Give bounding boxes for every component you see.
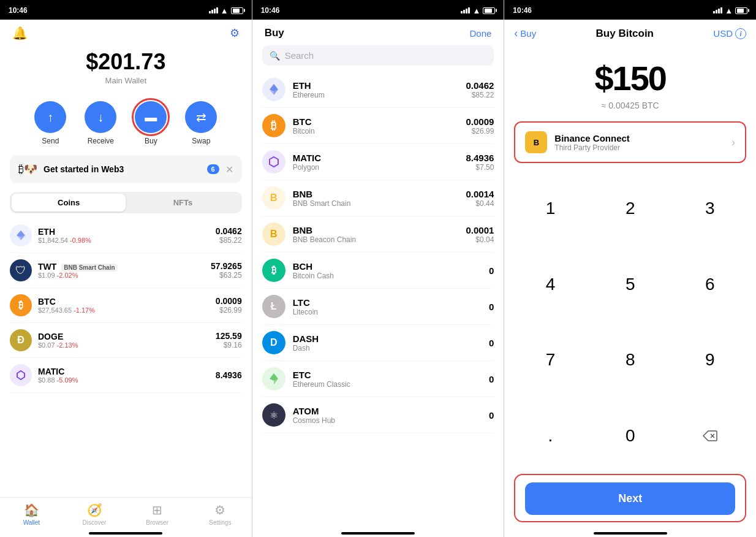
buy-etc-val: 0 (489, 374, 494, 384)
buy-bnb-info: BNB BNB Smart Chain (293, 189, 459, 208)
status-icons-1: ▲ (209, 6, 243, 15)
numpad-3[interactable]: 3 (670, 170, 750, 246)
buy-ltc-amount: 0 (489, 302, 494, 312)
status-bar-2: 10:46 ▲ (252, 0, 504, 20)
numpad-dot[interactable]: . (510, 398, 590, 474)
buy-label: Buy (145, 137, 157, 145)
btc-icon: ₿ (10, 294, 32, 316)
coin-info-eth: ETH $1,842.54 -0.98% (38, 227, 210, 244)
list-item-etc[interactable]: ETC Ethereum Classic 0 (262, 361, 494, 397)
buy-bnbbeacon-name: BNB (293, 225, 459, 235)
numpad-7[interactable]: 7 (510, 322, 590, 398)
coin-info-twt: TWT BNB Smart Chain $1.09 -2.02% (38, 262, 205, 279)
coin-row-twt[interactable]: 🛡 TWT BNB Smart Chain $1.09 -2.02% 57.92… (10, 253, 242, 288)
list-item-ltc[interactable]: Ł LTC Litecoin 0 (262, 289, 494, 325)
currency-selector[interactable]: USD i (713, 28, 746, 39)
list-item-eth[interactable]: ETH Ethereum 0.0462 $85.22 (262, 72, 494, 108)
list-item-atom[interactable]: ⚛ ATOM Cosmos Hub 0 (262, 397, 494, 433)
screen1-topbar: 🔔 ⚙ (0, 20, 252, 44)
eth-values: 0.0462 $85.22 (216, 226, 242, 245)
tab-coins[interactable]: Coins (12, 194, 126, 211)
buy-dash-info: DASH Dash (293, 333, 482, 352)
receive-button[interactable]: ↓ (85, 101, 116, 133)
buy-matic-val: 8.4936 $7.50 (466, 153, 494, 172)
buy-eth-val: 0.0462 $85.22 (466, 80, 494, 99)
numpad-4[interactable]: 4 (510, 246, 590, 322)
doge-sub: $0.07 -2.13% (38, 341, 210, 349)
tabs-row: Coins NFTs (10, 192, 242, 213)
btc-name: BTC (38, 297, 210, 307)
provider-chevron-icon: › (731, 136, 735, 149)
tab-nfts[interactable]: NFTs (126, 194, 240, 211)
list-item-btc[interactable]: ₿ BTC Bitcoin 0.0009 $26.99 (262, 108, 494, 144)
doge-values: 125.59 $9.16 (216, 331, 242, 349)
screen3-buy-bitcoin: 10:46 ▲ ‹ Buy Buy Bitcoin USD (504, 0, 756, 537)
nav-discover[interactable]: 🧭 Discover (63, 503, 126, 526)
numpad-0[interactable]: 0 (591, 398, 670, 474)
list-item-dash[interactable]: D DASH Dash 0 (262, 325, 494, 361)
coin-row-matic[interactable]: MATIC $0.88 -5.09% 8.4936 (10, 358, 242, 393)
done-button[interactable]: Done (469, 28, 491, 39)
matic-amount: 8.4936 (216, 370, 242, 380)
buy-btc-val: 0.0009 $26.99 (466, 116, 494, 135)
list-item-bnb[interactable]: B BNB BNB Smart Chain 0.0014 $0.44 (262, 180, 494, 216)
buy-button[interactable]: ▬ (135, 101, 167, 133)
wifi-icon: ▲ (221, 6, 229, 15)
numpad-8[interactable]: 8 (591, 322, 670, 398)
list-item-bnb-beacon[interactable]: B BNB BNB Beacon Chain 0.0001 $0.04 (262, 216, 494, 253)
send-label: Send (42, 137, 59, 145)
buy-bch-amount: 0 (489, 265, 494, 276)
filter-icon[interactable]: ⚙ (230, 26, 240, 40)
buy-bnbbeacon-val: 0.0001 $0.04 (466, 225, 494, 244)
discover-nav-icon: 🧭 (87, 503, 102, 517)
back-chevron-icon: ‹ (514, 27, 518, 40)
buy-bnbbeacon-usd: $0.04 (466, 235, 494, 244)
search-placeholder: Search (285, 50, 487, 61)
numpad-5[interactable]: 5 (591, 246, 670, 322)
receive-button-wrap: ↓ Receive (85, 101, 116, 145)
bottom-nav: 🏠 Wallet 🧭 Discover ⊞ Browser ⚙ Settings (0, 497, 252, 528)
screen2-header: Buy Done (252, 20, 504, 45)
coin-info-matic: MATIC $0.88 -5.09% (38, 367, 210, 384)
buy-atom-full: Cosmos Hub (293, 416, 482, 425)
numpad-2[interactable]: 2 (591, 170, 670, 246)
amount-big: $150 (516, 58, 744, 98)
numpad-6[interactable]: 6 (670, 246, 750, 322)
coin-row-eth[interactable]: ETH $1,842.54 -0.98% 0.0462 $85.22 (10, 218, 242, 253)
numpad-backspace[interactable] (670, 398, 750, 474)
coin-row-doge[interactable]: Ð DOGE $0.07 -2.13% 125.59 $9.16 (10, 323, 242, 358)
buy-matic-full: Polygon (293, 163, 459, 172)
buy-atom-amount: 0 (489, 410, 494, 421)
send-button[interactable]: ↑ (34, 101, 66, 133)
next-button[interactable]: Next (525, 482, 735, 515)
coin-row-btc[interactable]: ₿ BTC $27,543.65 -1.17% 0.0009 $26.99 (10, 288, 242, 323)
balance-section: $201.73 Main Wallet (0, 44, 252, 95)
numpad-9[interactable]: 9 (670, 322, 750, 398)
nav-wallet[interactable]: 🏠 Wallet (0, 503, 63, 526)
buy-bnb-usd: $0.44 (466, 199, 494, 208)
btc-sub: $27,543.65 -1.17% (38, 307, 210, 314)
back-button[interactable]: ‹ Buy (514, 27, 536, 40)
amount-btc: ≈ 0.00425 BTC (516, 101, 744, 110)
buy-matic-amount: 8.4936 (466, 153, 494, 163)
nav-settings[interactable]: ⚙ Settings (189, 503, 252, 526)
matic-values: 8.4936 (216, 370, 242, 380)
web3-close-icon[interactable]: ✕ (225, 164, 233, 175)
info-icon[interactable]: i (735, 28, 746, 39)
eth-sub: $1,842.54 -0.98% (38, 237, 210, 244)
numpad-1[interactable]: 1 (510, 170, 590, 246)
list-item-bch[interactable]: ₿ BCH Bitcoin Cash 0 (262, 253, 494, 289)
nav-browser[interactable]: ⊞ Browser (126, 503, 189, 526)
provider-box[interactable]: B Binance Connect Third Party Provider › (514, 121, 746, 163)
search-bar[interactable]: 🔍 Search (262, 45, 494, 66)
buy-eth-usd: $85.22 (466, 91, 494, 99)
swap-button[interactable]: ⇄ (185, 101, 217, 133)
bell-icon[interactable]: 🔔 (12, 26, 28, 40)
home-indicator (89, 532, 162, 535)
twt-values: 57.9265 $63.25 (211, 261, 242, 280)
list-item-matic[interactable]: MATIC Polygon 8.4936 $7.50 (262, 144, 494, 180)
buy-bnb-full: BNB Smart Chain (293, 199, 459, 208)
screen1-wallet: 10:46 ▲ 🔔 ⚙ $201.73 Main Wallet (0, 0, 252, 537)
coin-info-doge: DOGE $0.07 -2.13% (38, 332, 210, 349)
matic-sub: $0.88 -5.09% (38, 376, 210, 384)
